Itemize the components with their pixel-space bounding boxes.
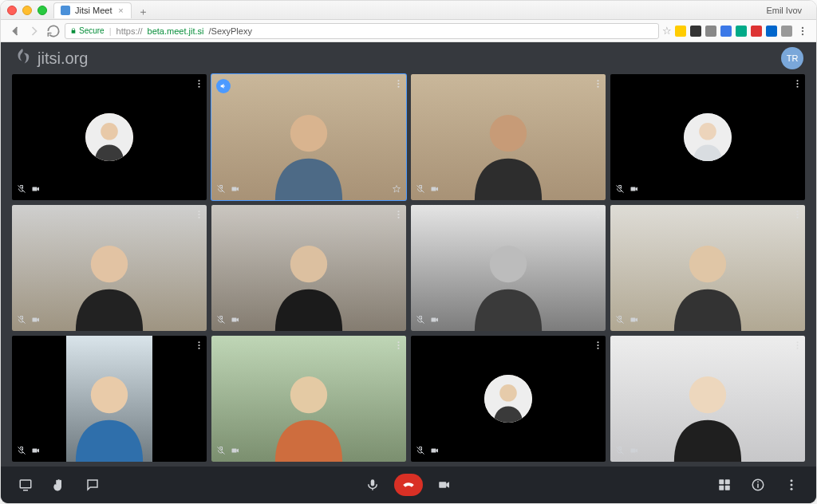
participant-tile[interactable] [211, 74, 406, 200]
participant-tile[interactable] [211, 336, 406, 462]
brand[interactable]: jitsi.org [14, 48, 88, 69]
participant-tile[interactable] [411, 336, 606, 462]
svg-rect-39 [432, 318, 436, 322]
svg-point-28 [198, 217, 199, 219]
mute-mic-button[interactable] [362, 474, 383, 495]
svg-point-6 [198, 83, 199, 85]
mic-muted-icon [615, 444, 625, 459]
forward-button[interactable] [26, 23, 42, 39]
svg-rect-24 [631, 187, 636, 191]
svg-point-17 [597, 86, 598, 88]
tile-menu-button[interactable] [396, 208, 401, 221]
zoom-window-button[interactable] [37, 6, 47, 15]
svg-point-53 [397, 348, 399, 349]
avatar-initials: TR [787, 53, 799, 63]
extension-icon[interactable] [690, 26, 701, 37]
extension-icon[interactable] [736, 26, 747, 37]
participant-tile[interactable] [12, 205, 207, 331]
svg-point-1 [802, 30, 803, 31]
minimize-window-button[interactable] [22, 6, 32, 15]
browser-menu-button[interactable] [795, 24, 810, 38]
svg-rect-34 [232, 318, 237, 322]
extension-icon[interactable] [781, 26, 792, 37]
raise-hand-button[interactable] [49, 474, 69, 495]
mic-muted-icon [17, 444, 26, 459]
tile-menu-button[interactable] [795, 208, 800, 221]
local-avatar[interactable]: TR [781, 47, 803, 69]
tile-menu-button[interactable] [396, 339, 401, 352]
participant-tile[interactable] [411, 74, 606, 200]
window-controls [7, 6, 47, 15]
back-button[interactable] [7, 23, 23, 39]
participant-tile[interactable] [12, 74, 207, 200]
profile-name[interactable]: Emil Ivov [766, 6, 810, 15]
svg-point-43 [796, 217, 798, 219]
svg-rect-18 [432, 187, 436, 191]
hangup-button[interactable] [394, 474, 423, 496]
svg-point-37 [597, 214, 598, 215]
camera-icon [430, 444, 440, 459]
info-button[interactable] [748, 474, 768, 495]
browser-tab[interactable]: Jitsi Meet × [53, 2, 132, 18]
svg-point-9 [290, 115, 327, 152]
participant-tile[interactable] [610, 336, 805, 462]
more-actions-button[interactable] [781, 474, 802, 495]
bookmark-star-icon[interactable]: ☆ [662, 25, 672, 37]
svg-point-16 [597, 83, 598, 85]
tile-menu-button[interactable] [196, 208, 202, 221]
tab-close-button[interactable]: × [116, 6, 124, 14]
svg-point-42 [796, 214, 798, 215]
participant-tile[interactable] [610, 205, 805, 331]
camera-icon [231, 313, 240, 328]
extension-icon[interactable] [766, 26, 777, 37]
close-window-button[interactable] [7, 6, 17, 15]
participant-tile[interactable] [411, 205, 606, 331]
pin-star-icon[interactable] [392, 183, 401, 197]
svg-point-52 [397, 345, 399, 346]
share-screen-button[interactable] [15, 474, 36, 495]
toggle-camera-button[interactable] [434, 474, 455, 495]
tile-menu-button[interactable] [595, 339, 601, 352]
person-silhouette-icon [440, 100, 577, 200]
url-field[interactable]: Secure | https://beta.meet.jit.si/SexyPl… [65, 23, 659, 39]
svg-point-41 [796, 211, 798, 212]
new-tab-button[interactable]: ＋ [135, 6, 151, 18]
svg-point-77 [791, 484, 793, 486]
svg-rect-74 [757, 484, 759, 488]
svg-point-46 [198, 341, 199, 343]
svg-point-48 [198, 348, 199, 349]
extension-icon[interactable] [675, 26, 686, 37]
tile-menu-button[interactable] [795, 339, 800, 352]
tile-indicators [216, 444, 240, 459]
tile-menu-button[interactable] [595, 208, 601, 221]
tile-menu-button[interactable] [196, 77, 202, 90]
svg-point-45 [91, 376, 128, 413]
svg-point-27 [198, 214, 199, 215]
svg-point-7 [198, 86, 199, 88]
participant-avatar [684, 113, 732, 161]
app-header: jitsi.org TR [1, 42, 816, 74]
svg-point-59 [597, 348, 598, 349]
participant-tile[interactable] [12, 336, 207, 462]
extension-icon[interactable] [705, 26, 716, 37]
camera-icon [231, 444, 240, 459]
extension-icon[interactable] [751, 26, 762, 37]
tile-menu-button[interactable] [196, 339, 202, 352]
lock-icon [70, 27, 77, 34]
tile-indicators [416, 183, 440, 197]
tile-menu-button[interactable] [595, 77, 601, 90]
tile-view-button[interactable] [714, 474, 735, 495]
chat-button[interactable] [82, 474, 103, 495]
url-scheme: https:// [116, 26, 143, 36]
tile-menu-button[interactable] [795, 77, 800, 90]
camera-icon [31, 313, 41, 328]
svg-point-26 [198, 211, 199, 212]
participant-tile[interactable] [211, 205, 406, 331]
svg-point-22 [796, 83, 798, 85]
tile-menu-button[interactable] [396, 77, 401, 90]
reload-button[interactable] [45, 23, 61, 39]
extension-icon[interactable] [720, 26, 732, 37]
person-silhouette-icon [41, 230, 178, 331]
participant-tile[interactable] [610, 74, 805, 200]
tile-indicators [416, 313, 440, 328]
